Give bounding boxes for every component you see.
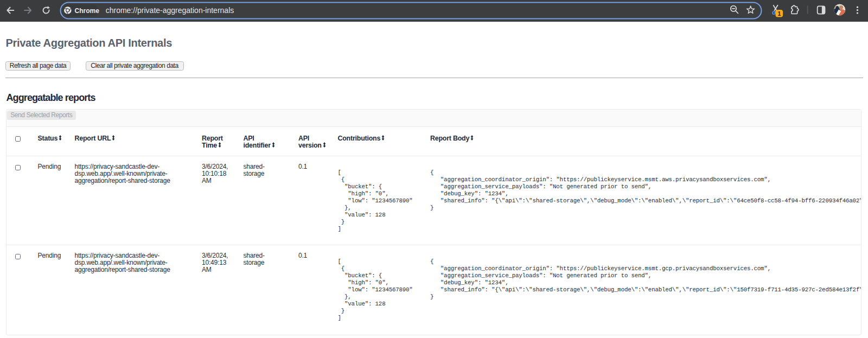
svg-text:1: 1 xyxy=(777,10,781,17)
svg-text:Chrome: Chrome xyxy=(75,7,100,15)
svg-text:chrome://private-aggregation-i: chrome://private-aggregation-internals xyxy=(106,6,234,15)
